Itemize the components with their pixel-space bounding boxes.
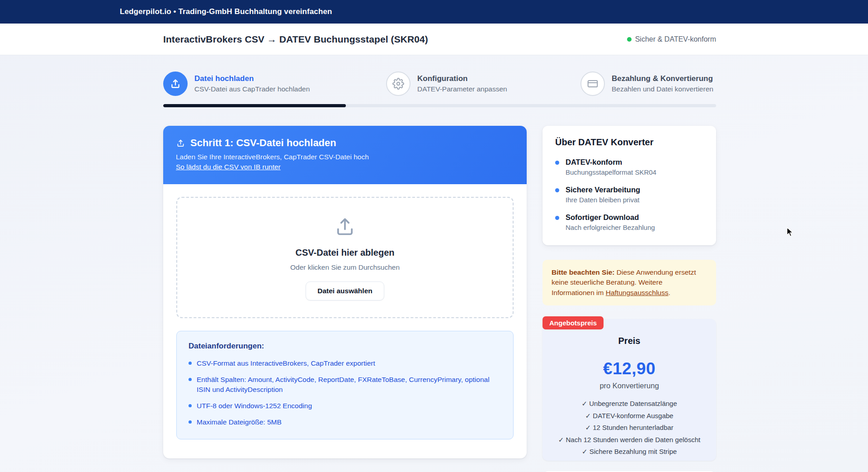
upload-icon: [163, 72, 188, 96]
requirement-item: UTF-8 oder Windows-1252 Encoding: [189, 401, 501, 411]
progress-bar: [163, 104, 716, 107]
sidebar: Über DATEV Konverter DATEV-konform Buchu…: [542, 126, 716, 472]
bullet-dot-icon: [189, 362, 192, 365]
step-payment[interactable]: Bezahlung & Konvertierung Bezahlen und D…: [580, 72, 713, 96]
notice-lead: Bitte beachten Sie:: [552, 268, 615, 276]
price-title: Preis: [542, 336, 716, 346]
about-item: Sichere Verarbeitung Ihre Daten bleiben …: [555, 186, 703, 204]
about-item: Sofortiger Download Nach erfolgreicher B…: [555, 213, 703, 231]
bullet-dot-icon: [189, 420, 192, 424]
progress-bar-fill: [163, 104, 346, 107]
price-feature: ✓ Sichere Bezahlung mit Stripe: [542, 446, 716, 458]
requirement-item: Enthält Spalten: Amount, ActivityCode, R…: [189, 375, 501, 395]
step-upload[interactable]: Datei hochladen CSV-Datei aus CapTrader …: [163, 72, 310, 96]
banner-text: Ledgerpilot.io • Trading-GmbH Buchhaltun…: [120, 7, 332, 16]
offer-badge: Angebotspreis: [542, 316, 604, 329]
check-icon: ✓: [585, 424, 591, 431]
bullet-dot-icon: [555, 161, 559, 165]
upload-card-header: Schritt 1: CSV-Datei hochladen Laden Sie…: [163, 126, 527, 184]
upload-icon: [333, 215, 357, 238]
check-icon: ✓: [582, 448, 588, 455]
about-card: Über DATEV Konverter DATEV-konform Buchu…: [542, 126, 716, 245]
step-upload-label: Datei hochladen: [194, 74, 310, 83]
step-configuration-desc: DATEV-Parameter anpassen: [417, 85, 507, 93]
disclaimer-notice: Bitte beachten Sie: Diese Anwendung erse…: [542, 260, 716, 305]
check-icon: ✓: [581, 400, 587, 407]
upload-card-subtitle: Laden Sie Ihre InteractiveBrokers, CapTr…: [176, 153, 514, 161]
file-requirements-box: Dateianforderungen: CSV-Format aus Inter…: [176, 331, 514, 439]
requirement-item: Maximale Dateigröße: 5MB: [189, 417, 501, 427]
credit-card-icon: [580, 72, 605, 96]
mouse-cursor-icon: [787, 227, 796, 237]
csv-dropzone[interactable]: CSV-Datei hier ablegen Oder klicken Sie …: [176, 197, 514, 318]
upload-card: Schritt 1: CSV-Datei hochladen Laden Sie…: [163, 126, 527, 458]
top-banner: Ledgerpilot.io • Trading-GmbH Buchhaltun…: [0, 0, 868, 24]
choose-file-button[interactable]: Datei auswählen: [306, 281, 384, 300]
step-upload-desc: CSV-Datei aus CapTrader hochladen: [194, 85, 310, 93]
about-card-title: Über DATEV Konverter: [555, 137, 703, 148]
upload-card-title: Schritt 1: CSV-Datei hochladen: [190, 137, 336, 149]
bullet-dot-icon: [555, 188, 559, 192]
check-icon: ✓: [558, 436, 564, 443]
disclaimer-link[interactable]: Haftungsausschluss: [606, 289, 669, 296]
dropzone-title: CSV-Datei hier ablegen: [296, 248, 395, 258]
dropzone-subtitle: Oder klicken Sie zum Durchsuchen: [290, 263, 400, 272]
pricing-card: Angebotspreis Preis €12,90 pro Konvertie…: [542, 319, 716, 461]
step-configuration[interactable]: Konfiguration DATEV-Parameter anpassen: [386, 72, 507, 96]
status-badge: Sicher & DATEV-konform: [627, 35, 716, 43]
bullet-dot-icon: [189, 404, 192, 407]
step-configuration-label: Konfiguration: [417, 74, 507, 83]
upload-icon: [176, 138, 185, 148]
gear-icon: [386, 72, 410, 96]
price-feature: ✓ Nach 12 Stunden werden die Daten gelös…: [542, 434, 716, 446]
status-badge-label: Sicher & DATEV-konform: [635, 35, 716, 43]
bullet-dot-icon: [555, 216, 559, 220]
check-icon: ✓: [585, 412, 591, 420]
bullet-dot-icon: [189, 378, 192, 381]
ib-csv-help-link[interactable]: So lädst du die CSV von IB runter: [176, 163, 281, 171]
price-amount: €12,90: [542, 359, 716, 378]
price-feature: ✓ DATEV-konforme Ausgabe: [542, 410, 716, 422]
green-dot-icon: [627, 37, 632, 42]
about-item: DATEV-konform Buchungsstapelformat SKR04: [555, 158, 703, 176]
price-feature: ✓ 12 Stunden herunterladbar: [542, 422, 716, 434]
price-unit: pro Konvertierung: [542, 381, 716, 390]
step-indicator: Datei hochladen CSV-Datei aus CapTrader …: [163, 72, 716, 98]
header-bar: InteractivBrokers CSV → DATEV Buchungsst…: [0, 24, 868, 55]
requirements-title: Dateianforderungen:: [189, 342, 501, 351]
step-payment-label: Bezahlung & Konvertierung: [612, 74, 713, 83]
requirement-item: CSV-Format aus InteractiveBrokers, CapTr…: [189, 358, 501, 368]
step-payment-desc: Bezahlen und Datei konvertieren: [612, 85, 713, 93]
price-feature: ✓ Unbegrenzte Datensatzlänge: [542, 398, 716, 410]
page-title: InteractivBrokers CSV → DATEV Buchungsst…: [163, 34, 428, 45]
